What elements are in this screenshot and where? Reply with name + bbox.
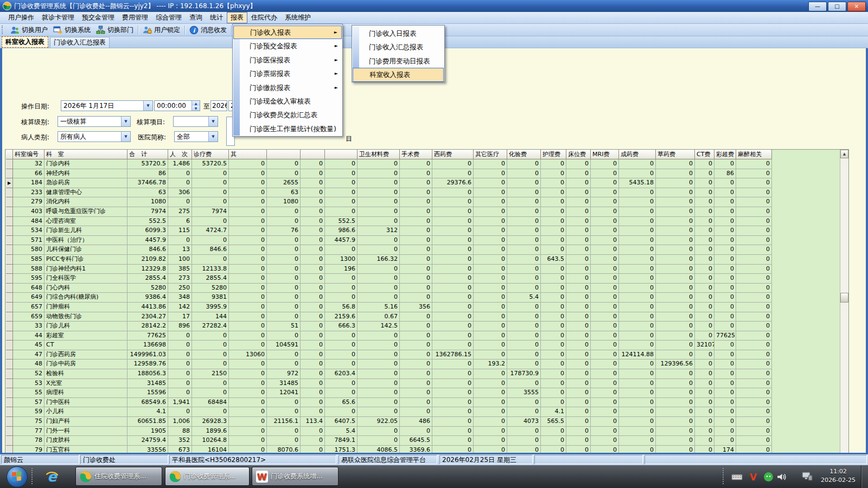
column-header[interactable]: 彩超费 bbox=[714, 150, 736, 159]
column-header[interactable]: 人 次 bbox=[168, 150, 192, 159]
row-selector[interactable] bbox=[6, 379, 13, 389]
report-submenu-item[interactable]: 门诊收入日报表 bbox=[353, 27, 444, 40]
wps-tray-icon[interactable]: V bbox=[748, 471, 759, 483]
report-menu-item[interactable]: 门诊缴款报表► bbox=[233, 81, 342, 94]
hospital-combo[interactable]: 全部▼ bbox=[174, 131, 218, 142]
column-header[interactable] bbox=[267, 150, 301, 159]
row-selector[interactable] bbox=[6, 350, 13, 360]
table-row[interactable]: 659动物致伤门诊2304.27171440002159.60.67000000… bbox=[6, 312, 772, 322]
row-selector[interactable] bbox=[6, 293, 13, 303]
row-selector[interactable] bbox=[6, 303, 13, 312]
row-selector[interactable]: ▶ bbox=[6, 178, 13, 188]
column-header[interactable]: 科室编号 bbox=[13, 150, 44, 159]
table-row[interactable]: 534门诊新生儿科6099.31154724.70760986.63120000… bbox=[6, 226, 772, 236]
column-header[interactable]: 草药费 bbox=[656, 150, 695, 159]
menubar-item[interactable]: 预交金管理 bbox=[78, 12, 118, 23]
date-to-combo[interactable]: 2026年 1月31日 bbox=[210, 100, 227, 111]
table-row[interactable]: 66神经内科8600000000000000000860 bbox=[6, 169, 772, 179]
minimize-button[interactable]: — bbox=[808, 2, 827, 11]
row-selector[interactable] bbox=[6, 407, 13, 417]
tab-inactive[interactable]: 门诊收入汇总报表 bbox=[50, 37, 110, 48]
column-header[interactable]: 成药费 bbox=[619, 150, 656, 159]
row-selector[interactable] bbox=[6, 398, 13, 408]
table-row[interactable]: 55病理科1559600012041000000355500000000 bbox=[6, 388, 772, 398]
row-selector[interactable] bbox=[6, 236, 13, 246]
chevron-down-icon[interactable]: ▼ bbox=[208, 132, 218, 142]
table-row[interactable]: 45CT1366980001045910000000000003210700 bbox=[6, 341, 772, 350]
row-selector[interactable] bbox=[6, 341, 13, 350]
menubar-item[interactable]: 报表 bbox=[227, 12, 247, 23]
chevron-down-icon[interactable]: ▼ bbox=[208, 117, 218, 126]
row-selector[interactable] bbox=[6, 207, 13, 217]
column-header[interactable]: 诊疗费 bbox=[192, 150, 229, 159]
switch-user-button[interactable]: 切换用户 bbox=[8, 24, 50, 36]
report-menu-item[interactable]: 门诊票据报表► bbox=[233, 67, 342, 80]
time-from-spinner[interactable]: 00:00:00 ▲ ▼ bbox=[154, 100, 200, 111]
table-row[interactable]: 53X光室3148500031485000000000000000 bbox=[6, 379, 772, 389]
network-icon[interactable] bbox=[801, 470, 812, 481]
table-row[interactable]: 648门心内科5280250528000000000000000000 bbox=[6, 284, 772, 293]
column-header[interactable]: 手术费 bbox=[400, 150, 432, 159]
spin-up-icon[interactable]: ▲ bbox=[192, 101, 200, 106]
menubar-item[interactable]: 费用管理 bbox=[118, 12, 152, 23]
table-row[interactable]: 233健康管理中心633060063000000000000000 bbox=[6, 188, 772, 198]
column-header[interactable]: 卫生材料费 bbox=[358, 150, 400, 159]
item-combo[interactable]: ▼ bbox=[173, 116, 218, 127]
column-header[interactable]: MRI费 bbox=[591, 150, 619, 159]
table-row[interactable]: 77门外一科1905881899.60005.40000000000000 bbox=[6, 427, 772, 436]
taskbar-app-button[interactable]: W门诊收费系统增... bbox=[252, 467, 339, 486]
volume-icon[interactable] bbox=[776, 471, 787, 483]
table-row[interactable]: 588门诊神经内科112329.838512133.80001960000000… bbox=[6, 265, 772, 274]
menubar-item[interactable]: 查询 bbox=[186, 12, 206, 23]
show-desktop-button[interactable] bbox=[861, 465, 868, 488]
table-row[interactable]: 32门诊内科53720.51,48653720.5000000000000000… bbox=[6, 159, 772, 169]
table-row[interactable]: 571中医科（治疗）4457.9000004457.90000000000000 bbox=[6, 236, 772, 246]
table-row[interactable]: 52检验科188056.302150097206203.40000178730.… bbox=[6, 369, 772, 379]
report-menu-item[interactable]: 门诊医生工作量统计(按数量) bbox=[233, 122, 342, 136]
column-header[interactable] bbox=[325, 150, 358, 159]
row-selector[interactable] bbox=[6, 359, 13, 369]
internet-explorer-icon[interactable]: e bbox=[44, 470, 60, 485]
chevron-down-icon[interactable]: ▼ bbox=[143, 101, 152, 111]
row-selector[interactable] bbox=[6, 312, 13, 322]
row-selector[interactable] bbox=[6, 369, 13, 379]
row-selector[interactable] bbox=[6, 197, 13, 207]
maximize-button[interactable]: □ bbox=[828, 2, 846, 11]
row-selector[interactable] bbox=[6, 226, 13, 236]
table-row[interactable]: 33门诊儿科28142.289627282.40510666.3142.5000… bbox=[6, 322, 772, 331]
table-row[interactable]: 649门综合内科(糖尿病)9386.43489381000000005.4000… bbox=[6, 293, 772, 303]
chevron-down-icon[interactable]: ▼ bbox=[121, 117, 130, 126]
row-selector[interactable] bbox=[6, 169, 13, 179]
row-selector[interactable] bbox=[6, 217, 13, 227]
taskbar-app-button[interactable]: 门诊收费管理系... bbox=[165, 467, 250, 486]
tab-active[interactable]: 科室收入报表 bbox=[2, 36, 48, 48]
row-selector[interactable] bbox=[6, 427, 13, 436]
hidden-icons-grip[interactable] bbox=[723, 468, 726, 484]
report-menu-item[interactable]: 门诊医保报表► bbox=[233, 53, 342, 67]
row-selector[interactable] bbox=[6, 274, 13, 284]
switch-dept-button[interactable]: 切换部门 bbox=[93, 24, 136, 36]
vertical-scrollbar[interactable]: ▲ ▼ bbox=[840, 150, 848, 484]
table-row[interactable]: 47门诊西药房1499961.030013060000001362786.150… bbox=[6, 350, 772, 360]
table-row[interactable]: 403呼吸与危重症医学门诊797427579740000000000000000… bbox=[6, 207, 772, 217]
keyboard-icon[interactable] bbox=[731, 471, 743, 483]
row-selector[interactable] bbox=[6, 255, 13, 265]
menubar-item[interactable]: 就诊卡管理 bbox=[38, 12, 78, 23]
row-selector[interactable] bbox=[6, 436, 13, 446]
menubar-item[interactable]: 系统维护 bbox=[281, 12, 315, 23]
menubar-item[interactable]: 住院代办 bbox=[247, 12, 281, 23]
table-row[interactable]: 580儿科保健门诊846.613846.600000000000000000 bbox=[6, 245, 772, 255]
scrollbar-thumb[interactable] bbox=[840, 293, 848, 303]
messenger-icon[interactable] bbox=[763, 471, 774, 483]
column-header[interactable]: 西药费 bbox=[432, 150, 474, 159]
table-row[interactable]: 57门中医科68549.61,9416848400065.60000000000… bbox=[6, 398, 772, 408]
start-button[interactable] bbox=[7, 466, 28, 487]
table-row[interactable]: 657门肿瘤科4413.861423995.900056.85.16356000… bbox=[6, 303, 772, 312]
row-selector[interactable] bbox=[6, 159, 13, 169]
report-menu-item[interactable]: 门诊现金收入审核表 bbox=[233, 94, 342, 108]
column-header[interactable]: 合 计 bbox=[127, 150, 168, 159]
column-header[interactable]: 其它医疗 bbox=[474, 150, 507, 159]
spin-down-icon[interactable]: ▼ bbox=[192, 106, 200, 111]
patient-combo[interactable]: 所有病人▼ bbox=[58, 131, 131, 142]
report-menu-item[interactable]: 门诊收入报表► bbox=[233, 25, 342, 39]
